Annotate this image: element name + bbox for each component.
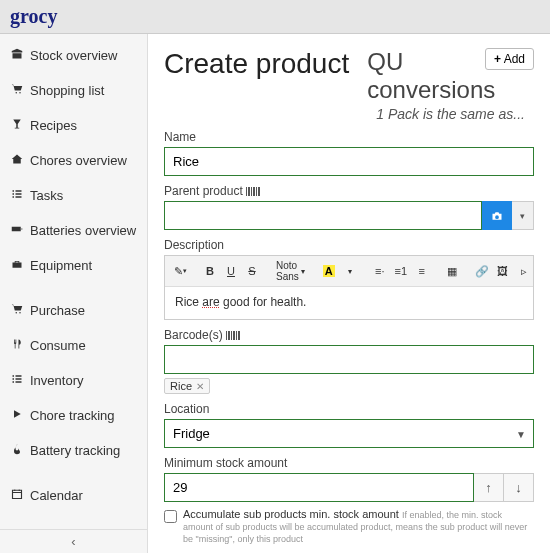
highlight-button[interactable]: A (320, 261, 338, 281)
sidebar-item-label: Consume (30, 338, 86, 353)
accumulate-checkbox[interactable] (164, 510, 177, 523)
wand-icon[interactable]: ✎▾ (171, 261, 189, 281)
chip-remove-icon[interactable]: ✕ (196, 381, 204, 392)
sidebar-item-calendar[interactable]: Calendar (0, 478, 147, 513)
sidebar-item-inventory[interactable]: Inventory (0, 363, 147, 398)
sidebar-item-label: Stock overview (30, 48, 117, 63)
sidebar-item-recipes[interactable]: Recipes (0, 108, 147, 143)
chevron-left-icon: ‹ (71, 534, 75, 549)
sidebar-item-label: Purchase (30, 303, 85, 318)
color-dropdown[interactable]: ▾ (341, 261, 359, 281)
name-input[interactable] (164, 147, 534, 176)
fire-icon (10, 443, 24, 458)
add-button[interactable]: + Add (485, 48, 534, 70)
sidebar-item-shopping-list[interactable]: Shopping list (0, 73, 147, 108)
ul-button[interactable]: ≡· (371, 261, 389, 281)
box-icon (10, 48, 24, 63)
camera-button[interactable] (482, 201, 512, 230)
ol-button[interactable]: ≡1 (392, 261, 410, 281)
tasks-icon (10, 188, 24, 203)
editor-content[interactable]: Rice are good for health. (165, 287, 533, 319)
accumulate-label: Accumulate sub products min. stock amoun… (183, 508, 399, 520)
play-icon (10, 408, 24, 423)
min-stock-label: Minimum stock amount (164, 456, 534, 470)
battery-icon (10, 223, 24, 238)
home-icon (10, 153, 24, 168)
sidebar-item-equipment[interactable]: Equipment (0, 248, 147, 283)
sidebar-item-label: Battery tracking (30, 443, 120, 458)
list-icon (10, 373, 24, 388)
sidebar-item-label: Batteries overview (30, 223, 136, 238)
utensils-icon (10, 338, 24, 353)
name-label: Name (164, 130, 534, 144)
barcodes-label: Barcode(s) (164, 328, 534, 342)
bold-button[interactable]: B (201, 261, 219, 281)
sidebar-collapse-button[interactable]: ‹ (0, 529, 147, 553)
cart-icon (10, 303, 24, 318)
top-bar: grocy (0, 0, 550, 34)
sidebar-item-consume[interactable]: Consume (0, 328, 147, 363)
barcode-icon (246, 187, 260, 196)
cart-icon (10, 83, 24, 98)
sidebar-item-batteries-overview[interactable]: Batteries overview (0, 213, 147, 248)
page-title: Create product (164, 48, 349, 80)
nav-list: Stock overview Shopping list Recipes Cho… (0, 34, 147, 529)
sidebar-item-chore-tracking[interactable]: Chore tracking (0, 398, 147, 433)
decrement-button[interactable]: ↓ (504, 473, 534, 502)
min-stock-input[interactable] (164, 473, 474, 502)
qu-conversions-title: QU conversions (367, 48, 495, 103)
underline-button[interactable]: U (222, 261, 240, 281)
sidebar-item-tasks[interactable]: Tasks (0, 178, 147, 213)
calendar-icon (10, 488, 24, 503)
sidebar-item-chores-overview[interactable]: Chores overview (0, 143, 147, 178)
sidebar-item-label: Inventory (30, 373, 83, 388)
sidebar-item-label: Equipment (30, 258, 92, 273)
link-button[interactable]: 🔗 (473, 261, 491, 281)
sidebar-item-label: Recipes (30, 118, 77, 133)
sidebar-item-label: Calendar (30, 488, 83, 503)
parent-product-label: Parent product (164, 184, 534, 198)
sidebar-item-label: Chore tracking (30, 408, 115, 423)
parent-dropdown-button[interactable]: ▾ (512, 201, 534, 230)
location-select[interactable] (164, 419, 534, 448)
location-label: Location (164, 402, 534, 416)
image-button[interactable]: 🖼 (494, 261, 512, 281)
glass-icon (10, 118, 24, 133)
app-logo: grocy (10, 5, 57, 28)
font-select[interactable]: Noto Sans ▾ (273, 260, 308, 282)
strike-button[interactable]: S (243, 261, 261, 281)
table-button[interactable]: ▦ (443, 261, 461, 281)
barcode-icon (226, 331, 240, 340)
sidebar-item-label: Chores overview (30, 153, 127, 168)
align-button[interactable]: ≡ (413, 261, 431, 281)
increment-button[interactable]: ↑ (474, 473, 504, 502)
description-label: Description (164, 238, 534, 252)
qu-conversions-subtitle: 1 Pack is the same as... (367, 106, 534, 122)
toolbox-icon (10, 258, 24, 273)
parent-product-input[interactable] (164, 201, 482, 230)
main-content: Create product + Add QU conversions 1 Pa… (148, 34, 550, 553)
sidebar-item-label: Shopping list (30, 83, 104, 98)
editor-toolbar: ✎▾ B U S Noto Sans ▾ A ▾ ≡· ≡1 ≡ ▦ (165, 256, 533, 287)
sidebar-item-battery-tracking[interactable]: Battery tracking (0, 433, 147, 468)
barcodes-input[interactable] (164, 345, 534, 374)
sidebar-item-stock-overview[interactable]: Stock overview (0, 38, 147, 73)
rich-text-editor: ✎▾ B U S Noto Sans ▾ A ▾ ≡· ≡1 ≡ ▦ (164, 255, 534, 320)
video-button[interactable]: ▹ (515, 261, 533, 281)
barcode-chip: Rice✕ (164, 378, 210, 394)
sidebar-item-label: Tasks (30, 188, 63, 203)
sidebar: Stock overview Shopping list Recipes Cho… (0, 34, 148, 553)
sidebar-item-purchase[interactable]: Purchase (0, 293, 147, 328)
